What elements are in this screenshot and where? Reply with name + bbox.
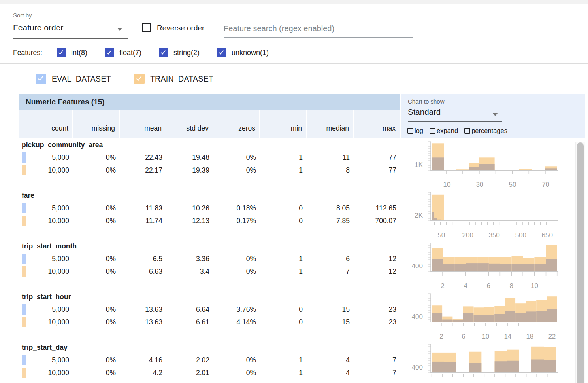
stat-value: 5,000 bbox=[19, 305, 73, 314]
stat-value: 1 bbox=[260, 166, 307, 174]
stat-value: 2.01 bbox=[166, 369, 213, 377]
svg-text:350: 350 bbox=[488, 231, 499, 239]
stat-value: 23 bbox=[354, 305, 400, 314]
string-checkbox[interactable] bbox=[159, 48, 168, 57]
svg-text:400: 400 bbox=[412, 364, 423, 371]
float-label: float(7) bbox=[119, 49, 141, 57]
stat-value: 77 bbox=[354, 154, 400, 162]
dataset-legend: EVAL_DATASET TRAIN_DATASET bbox=[0, 64, 588, 94]
stat-value: 5,000 bbox=[19, 154, 73, 162]
eval-dataset-checkbox[interactable] bbox=[36, 74, 46, 84]
stat-value: 6.63 bbox=[120, 267, 166, 276]
stat-value: 13.63 bbox=[120, 318, 166, 326]
stat-value: 15 bbox=[307, 318, 354, 326]
feature-search-input[interactable] bbox=[224, 22, 413, 35]
stat-value: 12 bbox=[354, 267, 400, 276]
svg-text:10: 10 bbox=[482, 333, 489, 340]
eval-dataset-label: EVAL_DATASET bbox=[52, 74, 111, 83]
stat-value: 13.63 bbox=[120, 305, 166, 314]
stat-value: 0.18% bbox=[213, 204, 260, 212]
histogram-trip_start_hour: 4002610141822 bbox=[407, 291, 574, 342]
top-edge-strip bbox=[0, 0, 588, 4]
chart-to-show-panel: Chart to show Standard log expand percen… bbox=[401, 94, 585, 138]
stat-row: 10,0000%11.7412.130.17%07.85700.07 bbox=[19, 214, 400, 227]
stat-value: 22.17 bbox=[120, 166, 166, 174]
eval-dataset-swatch bbox=[22, 304, 26, 315]
checkmark-icon bbox=[219, 49, 224, 54]
feature-type-int[interactable]: int(8) bbox=[57, 48, 87, 57]
int-checkbox[interactable] bbox=[57, 48, 66, 57]
checkmark-icon bbox=[136, 75, 142, 81]
chart-type-dropdown[interactable]: Standard bbox=[408, 107, 441, 117]
svg-text:18: 18 bbox=[526, 333, 533, 340]
feature-name: pickup_community_area bbox=[22, 141, 103, 149]
stat-value: 0% bbox=[73, 356, 120, 364]
expand-checkbox[interactable] bbox=[430, 128, 435, 134]
expand-label: expand bbox=[437, 127, 458, 135]
chevron-down-icon[interactable] bbox=[492, 113, 498, 116]
float-checkbox[interactable] bbox=[105, 48, 114, 57]
stat-value: 5,000 bbox=[19, 356, 73, 364]
col-stddev: std dev bbox=[166, 110, 213, 138]
reverse-order-checkbox[interactable] bbox=[142, 23, 151, 32]
stat-value: 0% bbox=[73, 255, 120, 263]
stat-value: 0 bbox=[260, 318, 307, 326]
stat-value: 3.36 bbox=[166, 255, 213, 263]
checkmark-icon bbox=[161, 49, 166, 54]
svg-text:2: 2 bbox=[439, 333, 443, 340]
scrollbar-track[interactable] bbox=[575, 142, 585, 383]
percentages-toggle[interactable]: percentages bbox=[464, 127, 507, 135]
stat-value: 0% bbox=[213, 369, 260, 377]
feature-type-float[interactable]: float(7) bbox=[105, 48, 141, 57]
chart-toggle-group: log expand percentages bbox=[407, 127, 514, 135]
train-dataset-swatch bbox=[22, 266, 26, 277]
log-checkbox[interactable] bbox=[407, 128, 413, 134]
eval-dataset-swatch bbox=[22, 203, 26, 213]
numeric-features-title: Numeric Features (15) bbox=[26, 98, 105, 106]
stat-value: 700.07 bbox=[354, 217, 400, 225]
stats-column-header: count missing mean std dev zeros min med… bbox=[19, 110, 400, 138]
stat-value: 0% bbox=[213, 154, 260, 162]
percentages-label: percentages bbox=[471, 127, 507, 135]
stat-value: 15 bbox=[307, 305, 354, 314]
svg-text:50: 50 bbox=[437, 231, 445, 239]
sort-dropdown-underline bbox=[13, 38, 128, 39]
stat-value: 0 bbox=[260, 204, 307, 212]
stat-value: 8.05 bbox=[307, 204, 354, 212]
feature-block: fare5,0000%11.8310.260.18%08.05112.6510,… bbox=[0, 190, 588, 241]
stat-value: 3.76% bbox=[213, 305, 260, 314]
stat-value: 1 bbox=[260, 267, 307, 276]
sort-by-label: Sort by bbox=[13, 12, 32, 19]
stat-value: 77 bbox=[354, 166, 400, 174]
features-label: Features: bbox=[13, 49, 42, 57]
expand-toggle[interactable]: expand bbox=[430, 127, 458, 135]
chevron-down-icon[interactable] bbox=[117, 28, 122, 31]
train-dataset-toggle[interactable]: TRAIN_DATASET bbox=[134, 74, 213, 84]
svg-text:70: 70 bbox=[542, 181, 549, 188]
stat-value: 0% bbox=[213, 255, 260, 263]
col-zeros: zeros bbox=[213, 110, 260, 138]
scrollbar-thumb[interactable] bbox=[577, 142, 584, 383]
histogram-trip_start_day: 400 bbox=[407, 342, 574, 383]
train-dataset-checkbox[interactable] bbox=[134, 74, 145, 84]
unknown-label: unknown(1) bbox=[232, 49, 269, 57]
stat-row: 10,0000%13.636.614.14%01523 bbox=[19, 316, 400, 328]
feature-rows: pickup_community_area5,0000%22.4319.480%… bbox=[0, 138, 588, 383]
log-toggle[interactable]: log bbox=[407, 127, 423, 135]
stat-value: 0% bbox=[213, 267, 260, 276]
feature-type-string[interactable]: string(2) bbox=[159, 48, 200, 57]
stat-value: 11 bbox=[307, 154, 354, 162]
reverse-order-label: Reverse order bbox=[157, 24, 204, 32]
percentages-checkbox[interactable] bbox=[464, 128, 470, 134]
svg-text:6: 6 bbox=[487, 282, 490, 290]
feature-type-unknown[interactable]: unknown(1) bbox=[217, 48, 269, 57]
sort-by-dropdown[interactable]: Feature order bbox=[13, 23, 63, 32]
unknown-checkbox[interactable] bbox=[217, 48, 226, 57]
eval-dataset-toggle[interactable]: EVAL_DATASET bbox=[36, 74, 111, 84]
stat-value: 4.14% bbox=[213, 318, 260, 326]
svg-text:400: 400 bbox=[412, 313, 423, 320]
checkmark-icon bbox=[107, 49, 111, 54]
stat-value: 10,000 bbox=[19, 166, 73, 174]
facets-overview-page: Sort by Feature order Reverse order Feat… bbox=[0, 0, 588, 383]
feature-name: trip_start_day bbox=[22, 343, 68, 352]
